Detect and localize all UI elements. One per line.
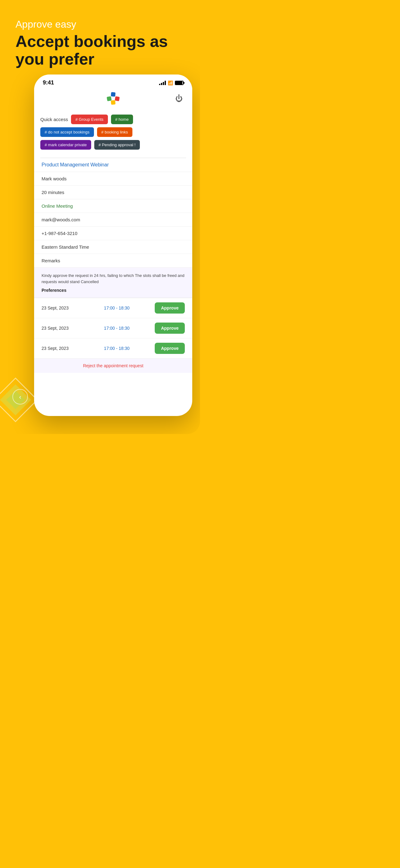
app-logo: [106, 91, 121, 106]
app-header: ⏻: [34, 89, 192, 110]
reject-section: Reject the appointment request: [34, 359, 192, 373]
hero-subtitle: Approve easy: [15, 19, 185, 30]
booking-details: Product Management Webinar Mark woods 20…: [34, 158, 192, 268]
notice-box: Kindy approve the request in 24 hrs, fai…: [34, 268, 192, 298]
notice-text: Kindy approve the request in 24 hrs, fai…: [41, 273, 185, 285]
svg-rect-3: [111, 100, 115, 104]
timezone: Eastern Standard Time: [34, 240, 192, 254]
preference-row-2: 23 Sept, 2023 17:00 - 18:30 Approve: [34, 318, 192, 338]
power-button[interactable]: ⏻: [174, 93, 185, 104]
battery-icon: [175, 81, 184, 85]
phone: +1-987-654-3210: [34, 227, 192, 240]
quick-access-row-2: # do not accept bookings # booking links: [40, 127, 186, 137]
svg-rect-1: [115, 96, 120, 101]
tag-booking-links[interactable]: # booking links: [97, 127, 132, 137]
remarks: Remarks: [34, 254, 192, 268]
preference-row-3: 23 Sept, 2023 17:00 - 18:30 Approve: [34, 338, 192, 359]
event-title[interactable]: Product Management Webinar: [34, 158, 192, 172]
quick-access-section: Quick access # Group Events # home # do …: [34, 110, 192, 158]
duration: 20 minutes: [34, 186, 192, 199]
tag-group-events[interactable]: # Group Events: [71, 115, 108, 124]
tag-mark-calendar[interactable]: # mark calendar private: [40, 140, 91, 150]
phone-mockup: 9:41 📶 ⏻ Quick acces: [34, 74, 192, 416]
reject-button[interactable]: Reject the appointment request: [83, 363, 143, 368]
approve-button-2[interactable]: Approve: [155, 322, 185, 334]
quick-access-row-3: # mark calendar private # Pending approv…: [40, 140, 186, 150]
prev-arrow-button[interactable]: ‹: [12, 389, 28, 404]
pref-date-3: 23 Sept, 2023: [41, 346, 79, 351]
approve-button-3[interactable]: Approve: [155, 343, 185, 354]
host-name: Mark woods: [34, 172, 192, 186]
preference-row-1: 23 Sept, 2023 17:00 - 18:30 Approve: [34, 298, 192, 318]
tag-pending-approval[interactable]: # Pending approval !: [94, 140, 140, 150]
pref-time-2: 17:00 - 18:30: [104, 326, 130, 331]
chevron-left-icon: ‹: [19, 393, 22, 400]
svg-rect-2: [111, 92, 115, 97]
signal-icon: [159, 81, 166, 85]
hero-title: Accept bookings as you prefer: [15, 33, 185, 68]
status-bar: 9:41 📶: [34, 74, 192, 89]
pref-time-3: 17:00 - 18:30: [104, 346, 130, 351]
hero-section: Approve easy Accept bookings as you pref…: [0, 0, 200, 81]
svg-rect-0: [107, 96, 112, 101]
tag-do-not-accept[interactable]: # do not accept bookings: [40, 127, 94, 137]
quick-access-label: Quick access: [40, 117, 68, 122]
approve-button-1[interactable]: Approve: [155, 302, 185, 314]
email: mark@woods.com: [34, 213, 192, 227]
pref-time-1: 17:00 - 18:30: [104, 306, 130, 310]
tag-home[interactable]: # home: [111, 115, 133, 124]
wifi-icon: 📶: [168, 81, 173, 85]
pref-date-1: 23 Sept, 2023: [41, 306, 79, 310]
meeting-type: Online Meeting: [34, 199, 192, 213]
power-icon: ⏻: [175, 94, 183, 103]
status-icons: 📶: [159, 81, 184, 85]
quick-access-row-1: Quick access # Group Events # home: [40, 115, 186, 124]
status-time: 9:41: [43, 80, 54, 86]
pref-date-2: 23 Sept, 2023: [41, 326, 79, 331]
preferences-label: Preferences: [41, 288, 185, 293]
